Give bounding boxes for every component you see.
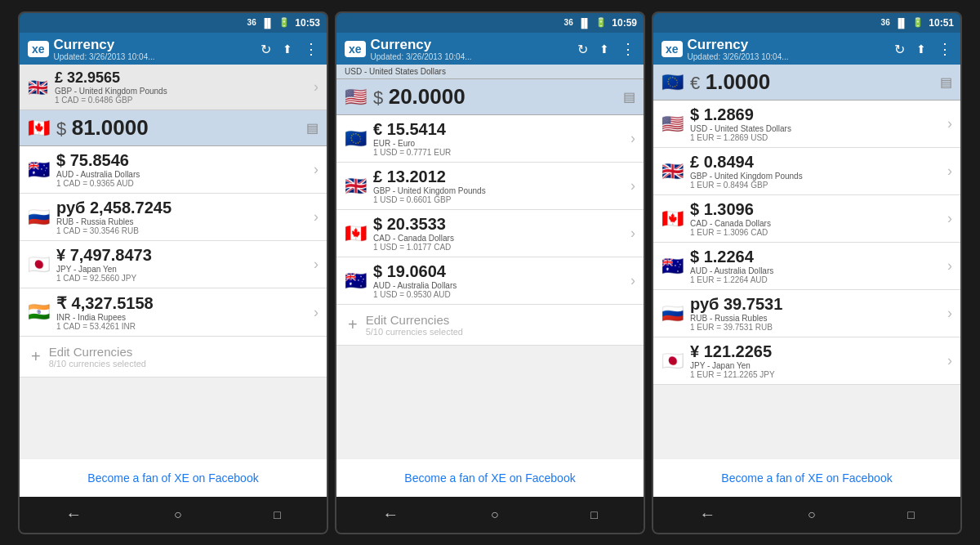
currency-list-item[interactable]: 🇦🇺 $ 75.8546 AUD - Australia Dollars 1 C…	[20, 146, 327, 194]
signal-indicator: 36	[881, 18, 890, 27]
currency-name: RUB - Russia Rubles	[690, 314, 941, 323]
back-button[interactable]: ←	[65, 505, 82, 524]
battery-icon: 🔋	[595, 17, 607, 28]
currency-name: AUD - Australia Dollars	[56, 170, 307, 179]
content-spacer	[653, 385, 960, 458]
currency-list-item[interactable]: 🇺🇸 $ 1.2869 USD - United States Dollars …	[653, 101, 960, 148]
facebook-banner[interactable]: Become a fan of XE on Facebook	[336, 458, 644, 497]
currency-list-item[interactable]: 🇬🇧 £ 0.8494 GBP - United Kingdom Pounds …	[653, 148, 960, 195]
edit-input-icon[interactable]: ▤	[306, 120, 318, 136]
xe-logo: xe	[28, 41, 49, 57]
facebook-link-text[interactable]: Become a fan of XE on Facebook	[87, 471, 258, 485]
chevron-right-icon: ›	[314, 208, 318, 226]
base-currency-row[interactable]: 🇪🇺 € 1.0000 ▤	[653, 65, 960, 101]
chevron-right-icon: ›	[314, 256, 318, 273]
share-icon[interactable]: ⬆	[916, 42, 926, 56]
currency-amount: $ 20.3533	[373, 215, 624, 234]
refresh-icon[interactable]: ↻	[894, 42, 905, 57]
currency-name: AUD - Australia Dollars	[690, 266, 941, 275]
chevron-right-icon: ›	[630, 130, 635, 147]
base-amount-area: $ 20.0000	[373, 84, 617, 109]
currency-flag: 🇨🇦	[662, 208, 684, 230]
back-button[interactable]: ←	[382, 505, 399, 524]
currency-list-item[interactable]: 🇪🇺 € 15.5414 EUR - Euro 1 USD = 0.7771 E…	[336, 115, 644, 163]
more-menu-icon[interactable]: ⋮	[938, 40, 952, 58]
share-icon[interactable]: ⬆	[599, 42, 609, 56]
currency-name: AUD - Australia Dollars	[373, 281, 624, 290]
currency-list-item[interactable]: 🇷🇺 руб 39.7531 RUB - Russia Rubles 1 EUR…	[653, 290, 960, 337]
currency-info: $ 1.2264 AUD - Australia Dollars 1 EUR =…	[690, 248, 941, 284]
edit-currencies-info: Edit Currencies 8/10 currencies selected	[49, 345, 146, 369]
base-currency-row[interactable]: 🇺🇸 $ 20.0000 ▤	[336, 79, 644, 115]
currency-list-item[interactable]: 🇯🇵 ¥ 121.2265 JPY - Japan Yen 1 EUR = 12…	[653, 337, 960, 385]
currency-list-item[interactable]: 🇨🇦 $ 20.3533 CAD - Canada Dollars 1 USD …	[336, 210, 644, 257]
signal-bars-icon: ▐▌	[895, 18, 908, 28]
currency-amount: € 15.5414	[373, 120, 624, 139]
currency-info: $ 19.0604 AUD - Australia Dollars 1 USD …	[373, 262, 624, 299]
signal-indicator: 36	[564, 18, 573, 27]
currency-amount: $ 19.0604	[373, 262, 624, 281]
facebook-link-text[interactable]: Become a fan of XE on Facebook	[721, 471, 892, 485]
facebook-banner[interactable]: Become a fan of XE on Facebook	[20, 458, 327, 497]
currency-list-item[interactable]: 🇨🇦 $ 1.3096 CAD - Canada Dollars 1 EUR =…	[653, 195, 960, 243]
gb-flag: 🇬🇧	[28, 78, 48, 97]
currency-list-item[interactable]: 🇦🇺 $ 19.0604 AUD - Australia Dollars 1 U…	[336, 257, 644, 305]
currency-list-item[interactable]: 🇦🇺 $ 1.2264 AUD - Australia Dollars 1 EU…	[653, 243, 960, 290]
content-spacer	[20, 377, 327, 458]
currency-flag: 🇬🇧	[662, 161, 684, 182]
more-menu-icon[interactable]: ⋮	[621, 40, 635, 58]
edit-currencies-row[interactable]: + Edit Currencies 8/10 currencies select…	[20, 337, 327, 377]
share-icon[interactable]: ⬆	[283, 42, 292, 56]
navigation-bar: ← ○ □	[20, 497, 327, 533]
edit-input-icon[interactable]: ▤	[940, 74, 952, 90]
home-button[interactable]: ○	[491, 507, 499, 522]
currency-list-item[interactable]: 🇷🇺 руб 2,458.7245 RUB - Russia Rubles 1 …	[20, 194, 327, 241]
currency-amount: руб 2,458.7245	[56, 199, 307, 217]
currency-rate: 1 CAD = 92.5660 JPY	[56, 274, 307, 283]
base-currency-row[interactable]: 🇨🇦 $ 81.0000 ▤	[20, 110, 327, 146]
currency-flag: 🇦🇺	[28, 159, 50, 181]
edit-input-icon[interactable]: ▤	[623, 89, 635, 105]
currency-rate: 1 CAD = 53.4261 INR	[56, 322, 307, 331]
home-button[interactable]: ○	[174, 507, 182, 522]
plus-icon: +	[348, 315, 358, 334]
facebook-banner[interactable]: Become a fan of XE on Facebook	[653, 458, 960, 497]
currency-name: JPY - Japan Yen	[56, 265, 307, 274]
battery-icon: 🔋	[912, 17, 924, 28]
home-button[interactable]: ○	[808, 507, 816, 522]
back-button[interactable]: ←	[699, 505, 715, 524]
currency-rate: 1 EUR = 121.2265 JPY	[690, 370, 941, 379]
currency-list-item[interactable]: 🇬🇧 £ 13.2012 GBP - United Kingdom Pounds…	[336, 163, 644, 210]
currency-rate: 1 EUR = 1.2869 USD	[690, 133, 941, 142]
currency-info: руб 39.7531 RUB - Russia Rubles 1 EUR = …	[690, 295, 941, 332]
currency-name: USD - United States Dollars	[690, 124, 941, 133]
edit-currencies-row[interactable]: + Edit Currencies 5/10 currencies select…	[336, 305, 644, 346]
currency-amount: $ 1.2869	[690, 105, 941, 124]
base-currency-label: USD - United States Dollars	[336, 65, 644, 79]
xe-logo: xe	[662, 41, 683, 57]
facebook-link-text[interactable]: Become a fan of XE on Facebook	[404, 471, 575, 485]
status-bar: 36 ▐▌ 🔋 10:53	[20, 13, 327, 33]
currency-rate: 1 EUR = 39.7531 RUB	[690, 323, 941, 332]
recent-apps-button[interactable]: □	[907, 508, 914, 521]
recent-apps-button[interactable]: □	[590, 508, 597, 521]
currency-list-item[interactable]: 🇮🇳 ₹ 4,327.5158 INR - India Rupees 1 CAD…	[20, 288, 327, 337]
currency-list-item[interactable]: 🇯🇵 ¥ 7,497.8473 JPY - Japan Yen 1 CAD = …	[20, 241, 327, 288]
currency-flag: 🇦🇺	[345, 270, 367, 292]
edit-currencies-count: 5/10 currencies selected	[366, 327, 463, 337]
recent-apps-button[interactable]: □	[274, 508, 280, 521]
scrolled-info: £ 32.9565 GBP - United Kingdom Pounds 1 …	[55, 69, 307, 105]
more-menu-icon[interactable]: ⋮	[304, 40, 318, 58]
scrolled-currency-item[interactable]: 🇬🇧 £ 32.9565 GBP - United Kingdom Pounds…	[20, 65, 327, 110]
currency-flag: 🇺🇸	[662, 114, 684, 135]
chevron-right-icon: ›	[947, 163, 952, 180]
content-area: 🇬🇧 £ 32.9565 GBP - United Kingdom Pounds…	[20, 65, 327, 496]
update-time: Updated: 3/26/2013 10:04...	[54, 52, 261, 61]
refresh-icon[interactable]: ↻	[577, 42, 588, 57]
currency-rate: 1 EUR = 1.2264 AUD	[690, 275, 941, 284]
chevron-right-icon: ›	[947, 115, 952, 132]
refresh-icon[interactable]: ↻	[261, 42, 271, 57]
status-bar: 36 ▐▌ 🔋 10:59	[336, 13, 644, 33]
base-amount: 1.0000	[706, 69, 771, 94]
base-symbol: €	[690, 73, 700, 93]
